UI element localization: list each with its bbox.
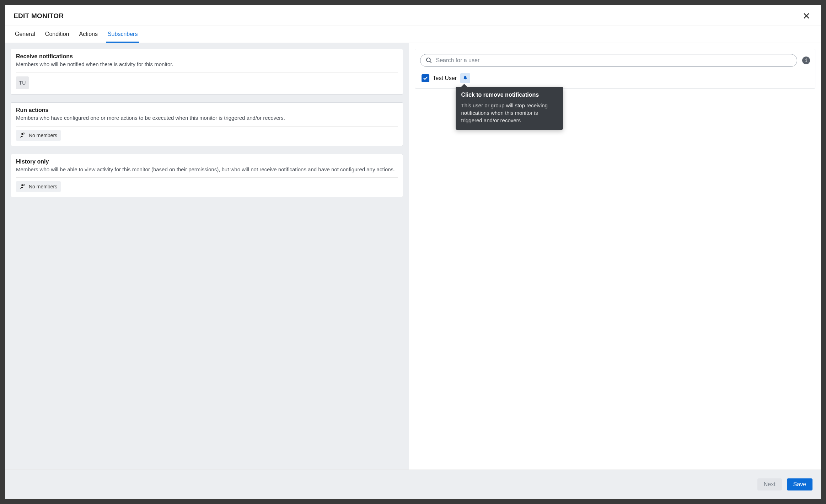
close-icon: ✕ (803, 11, 810, 21)
close-button[interactable]: ✕ (800, 10, 812, 22)
modal-footer: Next Save (5, 470, 821, 499)
user-search-card: i Test User Click to remove notification… (415, 49, 816, 89)
user-slash-icon (20, 183, 26, 190)
search-row: i (420, 54, 810, 67)
search-icon (425, 57, 433, 64)
receive-notifications-card: Receive notifications Members who will b… (11, 49, 403, 95)
search-input[interactable] (436, 57, 792, 64)
tab-general[interactable]: General (14, 26, 37, 43)
divider (16, 177, 398, 178)
history-only-title: History only (16, 159, 398, 165)
divider (16, 126, 398, 127)
save-button[interactable]: Save (787, 478, 812, 490)
tooltip-body: This user or group will stop receiving n… (461, 102, 557, 124)
next-button[interactable]: Next (757, 478, 782, 490)
no-members-label: No members (29, 184, 57, 189)
svg-point-3 (21, 184, 23, 186)
tab-condition[interactable]: Condition (44, 26, 71, 43)
run-actions-card: Run actions Members who have configured … (11, 102, 403, 146)
info-icon[interactable]: i (802, 57, 810, 64)
user-row: Test User Click to remove notifications … (420, 67, 810, 83)
user-checkbox[interactable] (422, 74, 429, 82)
avatar[interactable]: TU (16, 76, 29, 89)
subscribers-summary-pane: Receive notifications Members who will b… (5, 43, 409, 470)
modal-title: EDIT MONITOR (14, 12, 64, 20)
modal-header: EDIT MONITOR ✕ (5, 5, 821, 26)
no-members-badge: No members (16, 130, 61, 141)
bell-icon (462, 75, 468, 81)
no-members-badge: No members (16, 181, 61, 192)
no-members-label: No members (29, 133, 57, 138)
run-actions-desc: Members who have configured one or more … (16, 114, 398, 122)
tooltip-title: Click to remove notifications (461, 92, 557, 98)
svg-point-6 (426, 58, 430, 62)
user-search-pane: i Test User Click to remove notification… (409, 43, 821, 470)
user-name: Test User (433, 75, 457, 81)
svg-line-7 (430, 61, 431, 63)
divider (16, 73, 398, 73)
receive-notifications-desc: Members who will be notified when there … (16, 60, 398, 68)
receive-notifications-title: Receive notifications (16, 53, 398, 60)
tooltip: Click to remove notifications This user … (456, 87, 563, 130)
tab-subscribers[interactable]: Subscribers (106, 26, 139, 43)
search-box[interactable] (420, 54, 798, 67)
history-only-desc: Members who will be able to view activit… (16, 166, 398, 173)
tab-actions[interactable]: Actions (77, 26, 99, 43)
history-only-card: History only Members who will be able to… (11, 154, 403, 198)
run-actions-title: Run actions (16, 107, 398, 113)
tab-bar: General Condition Actions Subscribers (5, 26, 821, 43)
notification-toggle[interactable] (460, 73, 470, 83)
svg-point-0 (21, 133, 23, 135)
check-icon (423, 75, 428, 81)
user-slash-icon (20, 132, 26, 139)
modal-content: Receive notifications Members who will b… (5, 43, 821, 470)
edit-monitor-modal: EDIT MONITOR ✕ General Condition Actions… (5, 5, 821, 499)
